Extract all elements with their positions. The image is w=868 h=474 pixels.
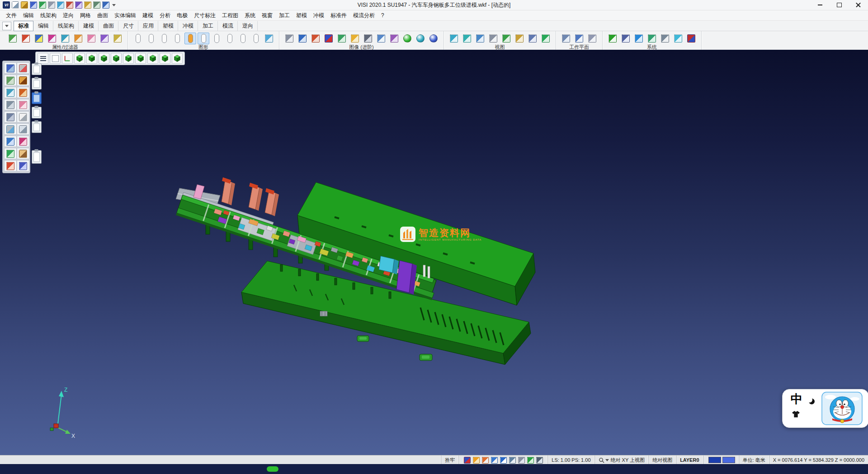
open-folder-icon[interactable]	[21, 1, 28, 9]
color-swatch[interactable]	[708, 457, 721, 463]
layer-current-icon[interactable]	[198, 33, 209, 44]
quick-access-more-icon[interactable]	[112, 4, 116, 6]
assembly-tree-icon[interactable]	[32, 63, 42, 75]
move-tool-icon[interactable]	[4, 75, 17, 86]
tab-1[interactable]: 编辑	[33, 21, 53, 31]
menu-item-11[interactable]: 工程图	[219, 11, 241, 20]
tab-10[interactable]: 模流	[218, 21, 238, 31]
tab-2[interactable]: 线架构	[53, 21, 79, 31]
manual-book-icon[interactable]	[685, 33, 697, 44]
eraser-icon[interactable]	[85, 33, 97, 44]
view-front-icon[interactable]	[99, 53, 109, 64]
layer-merge-icon[interactable]	[250, 33, 262, 44]
menu-item-7[interactable]: 建模	[139, 11, 156, 20]
attr-edit-icon[interactable]	[20, 33, 32, 44]
plate-list-icon[interactable]	[32, 78, 42, 90]
menu-item-3[interactable]: 逆向	[60, 11, 77, 20]
snowflake-icon[interactable]	[672, 33, 684, 44]
spline-tool-icon[interactable]	[17, 136, 29, 147]
palette-icon[interactable]	[481, 456, 489, 464]
new-doc-icon[interactable]	[12, 1, 19, 9]
draft-tool-icon[interactable]	[17, 87, 29, 98]
camera-icon[interactable]	[66, 1, 73, 9]
layer-off-icon[interactable]	[158, 33, 170, 44]
layer-main-icon[interactable]	[184, 33, 196, 44]
view-bottom-icon[interactable]	[147, 53, 158, 64]
shaded-view-icon[interactable]	[297, 33, 308, 44]
rotate-view-icon[interactable]	[500, 33, 512, 44]
tab-dropdown-button[interactable]	[2, 22, 11, 30]
material-green-icon[interactable]	[401, 33, 413, 44]
view-iso-3-icon[interactable]	[172, 53, 183, 64]
tab-11[interactable]: 逆向	[238, 21, 258, 31]
edit-mode-icon[interactable]	[490, 456, 498, 464]
erase-tool-icon[interactable]	[17, 99, 29, 110]
sheet-tool-icon[interactable]	[17, 111, 29, 123]
print3d-tool-icon[interactable]	[4, 111, 17, 123]
status-lock-label[interactable]: 拴牢	[441, 455, 458, 465]
antialias-icon[interactable]	[388, 33, 400, 44]
style-change-icon[interactable]	[59, 33, 71, 44]
glasses-3d-icon[interactable]	[323, 33, 335, 44]
lighting-icon[interactable]	[349, 33, 361, 44]
snap-toggle-icon[interactable]	[508, 456, 516, 464]
maximize-button[interactable]	[832, 1, 846, 9]
layer-move-icon[interactable]	[237, 33, 249, 44]
notes-tool-icon[interactable]	[17, 123, 29, 135]
layer-lock-icon[interactable]	[224, 33, 236, 44]
close-button[interactable]	[851, 1, 865, 9]
menu-item-8[interactable]: 分析	[156, 11, 174, 20]
workplane-xy-icon[interactable]	[560, 33, 572, 44]
status-layer[interactable]: LAYER0	[676, 455, 703, 465]
grid-icon[interactable]	[535, 456, 543, 464]
zoom-all-icon[interactable]	[461, 33, 473, 44]
tab-4[interactable]: 曲面	[99, 21, 118, 31]
save-icon[interactable]	[30, 1, 37, 9]
menu-item-1[interactable]: 编辑	[20, 11, 37, 20]
filter-funnel-icon[interactable]	[112, 33, 123, 44]
tab-5[interactable]: 尺寸	[118, 21, 138, 31]
print-icon[interactable]	[48, 1, 55, 9]
monitor-icon[interactable]	[517, 456, 525, 464]
layer-on-icon[interactable]	[145, 33, 157, 44]
shadow-icon[interactable]	[362, 33, 374, 44]
menu-item-17[interactable]: 标准件	[327, 11, 350, 20]
standard-view-icon[interactable]	[50, 53, 61, 64]
menu-item-18[interactable]: 模流分析	[350, 11, 378, 20]
pan-tool-icon[interactable]	[17, 148, 29, 159]
dimension2-tool-icon[interactable]	[4, 136, 17, 147]
dynamic-view-icon[interactable]	[527, 33, 538, 44]
menu-item-16[interactable]: 冲模	[310, 11, 327, 20]
layer-freeze-icon[interactable]	[211, 33, 222, 44]
layer-new-icon[interactable]	[171, 33, 183, 44]
menu-item-5[interactable]: 曲面	[94, 11, 111, 20]
machine-tool-icon[interactable]	[4, 99, 17, 110]
chart-tool-icon[interactable]	[4, 160, 17, 171]
viewbar-menu-icon[interactable]	[38, 53, 48, 64]
help-icon[interactable]	[102, 1, 109, 9]
brightness-icon[interactable]	[472, 456, 480, 464]
tab-3[interactable]: 建模	[79, 21, 99, 31]
part-list-icon[interactable]	[32, 92, 42, 104]
menu-item-9[interactable]: 电极	[174, 11, 191, 20]
trim-tool-icon[interactable]	[17, 62, 29, 74]
zoom-window-icon[interactable]	[448, 33, 460, 44]
color-swatch[interactable]	[722, 457, 735, 463]
monitor-settings-icon[interactable]	[620, 33, 632, 44]
menu-item-19[interactable]: ?	[378, 11, 387, 19]
tool-status-icon[interactable]	[32, 150, 42, 164]
sketch-tool-icon[interactable]	[17, 75, 29, 86]
menu-item-10[interactable]: 尺寸标注	[191, 11, 219, 20]
pan-view-icon[interactable]	[487, 33, 499, 44]
color-change-icon[interactable]	[33, 33, 45, 44]
refresh-view-icon[interactable]	[540, 33, 552, 44]
zoom-tool-icon[interactable]	[4, 62, 17, 74]
axonometry-icon[interactable]	[62, 53, 73, 64]
view-left-icon[interactable]	[123, 53, 134, 64]
viewport-3d[interactable]: Z X 智造资料网 INTELLIGENT MANUFACTURING DATA…	[0, 50, 868, 455]
view-top-icon[interactable]	[86, 53, 97, 64]
cube-icon[interactable]	[57, 1, 64, 9]
layer-list-icon[interactable]	[132, 33, 144, 44]
wireframe-view-icon[interactable]	[283, 33, 295, 44]
tab-6[interactable]: 应用	[138, 21, 158, 31]
